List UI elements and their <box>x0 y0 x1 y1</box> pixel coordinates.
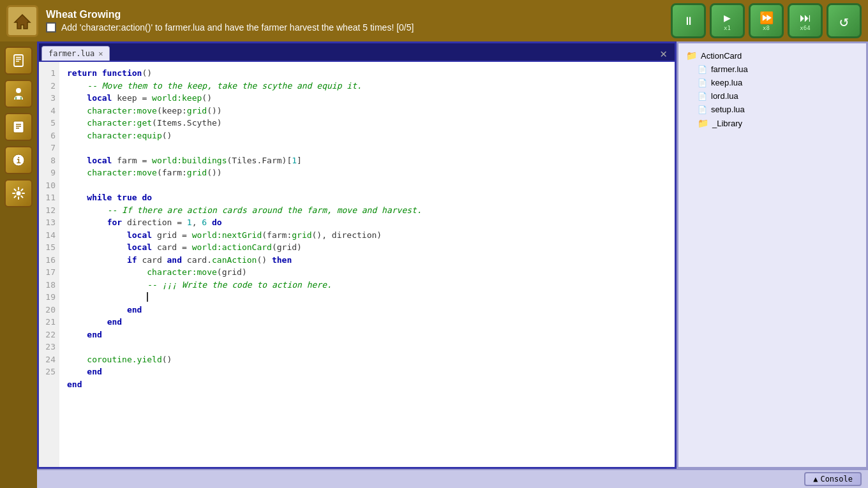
console-button[interactable]: ▲ Console <box>804 472 862 486</box>
library-label: _Library <box>712 119 742 128</box>
top-bar: Wheat Growing Add 'character:action()' t… <box>0 0 868 41</box>
folder-library[interactable]: 📁 _Library <box>695 116 861 130</box>
svg-point-1 <box>16 88 21 93</box>
task-description: Add 'character:action()' to farmer.lua a… <box>46 22 664 33</box>
left-sidebar: i <box>0 41 37 488</box>
console-arrow-icon: ▲ <box>813 475 818 484</box>
fast-forward-icon: ⏩ <box>760 11 774 24</box>
tab-close-icon[interactable]: ✕ <box>98 49 103 58</box>
svg-marker-0 <box>15 15 30 29</box>
file-label: keep.lua <box>711 78 742 87</box>
task-text: Add 'character:action()' to farmer.lua a… <box>61 22 414 33</box>
fast-forward-button[interactable]: ⏩ x8 <box>749 3 784 38</box>
file-icon: 📄 <box>698 78 707 87</box>
svg-point-5 <box>17 191 21 196</box>
file-item-lord-lua[interactable]: 📄 lord.lua <box>695 89 861 103</box>
file-icon: 📄 <box>698 105 707 114</box>
home-button[interactable] <box>6 5 38 37</box>
character-button[interactable] <box>4 80 33 108</box>
folder-name: ActionCard <box>701 51 742 61</box>
file-icon: 📄 <box>698 65 707 74</box>
settings-button[interactable] <box>4 179 33 207</box>
replay-icon: ↺ <box>839 12 848 30</box>
folder-icon: 📁 <box>686 50 697 61</box>
replay-button[interactable]: ↺ <box>827 3 862 38</box>
file-item-farmer-lua[interactable]: 📄 farmer.lua <box>695 63 861 76</box>
file-label: setup.lua <box>711 105 745 114</box>
tab-label: farmer.lua <box>49 49 94 58</box>
scroll-button[interactable] <box>4 47 33 75</box>
line-numbers: 1 2 3 4 5 6 7 8 9 10 11 12 13 14 15 16 1… <box>39 62 59 467</box>
play-icon: ▶ <box>724 11 731 24</box>
file-icon: 📄 <box>698 92 707 101</box>
svg-text:i: i <box>16 156 20 165</box>
task-area: Wheat Growing Add 'character:action()' t… <box>46 9 664 33</box>
folder-library-icon: 📁 <box>698 118 708 128</box>
code-content[interactable]: return function() -- Move them to the ke… <box>59 62 675 467</box>
fastest-speed-label: x64 <box>800 25 810 31</box>
code-area[interactable]: 1 2 3 4 5 6 7 8 9 10 11 12 13 14 15 16 1… <box>39 62 675 467</box>
fastest-icon: ⏭ <box>800 11 811 24</box>
file-label: farmer.lua <box>711 64 748 74</box>
controls-right: ⏸ ▶ x1 ⏩ x8 ⏭ x64 ↺ <box>671 3 862 38</box>
file-item-setup-lua[interactable]: 📄 setup.lua <box>695 103 861 116</box>
editor-tabs: farmer.lua ✕ ✕ <box>39 43 675 62</box>
pause-button[interactable]: ⏸ <box>671 3 706 38</box>
console-bar: ▲ Console <box>37 469 868 488</box>
file-item-keep-lua[interactable]: 📄 keep.lua <box>695 76 861 89</box>
play-speed-label: x1 <box>724 25 731 31</box>
book-button[interactable] <box>4 113 33 141</box>
fastest-button[interactable]: ⏭ x64 <box>788 3 823 38</box>
file-label: lord.lua <box>711 91 738 101</box>
svg-rect-2 <box>13 121 24 133</box>
pause-icon: ⏸ <box>683 14 694 27</box>
console-label: Console <box>820 475 853 484</box>
info-button[interactable]: i <box>4 146 33 174</box>
file-list: 📄 farmer.lua 📄 keep.lua 📄 lord.lua 📄 set… <box>684 63 861 130</box>
close-editor-icon[interactable]: ✕ <box>655 47 672 60</box>
play-button[interactable]: ▶ x1 <box>710 3 745 38</box>
folder-action-card[interactable]: 📁 ActionCard <box>684 48 861 63</box>
fast-speed-label: x8 <box>763 25 770 31</box>
task-checkbox[interactable] <box>46 22 56 33</box>
game-title: Wheat Growing <box>46 9 664 20</box>
editor-container: farmer.lua ✕ ✕ 1 2 3 4 5 6 7 8 9 10 11 1… <box>37 41 677 469</box>
editor-tab-farmer-lua[interactable]: farmer.lua ✕ <box>41 46 110 61</box>
file-panel: 📁 ActionCard 📄 farmer.lua 📄 keep.lua 📄 l… <box>677 41 868 469</box>
